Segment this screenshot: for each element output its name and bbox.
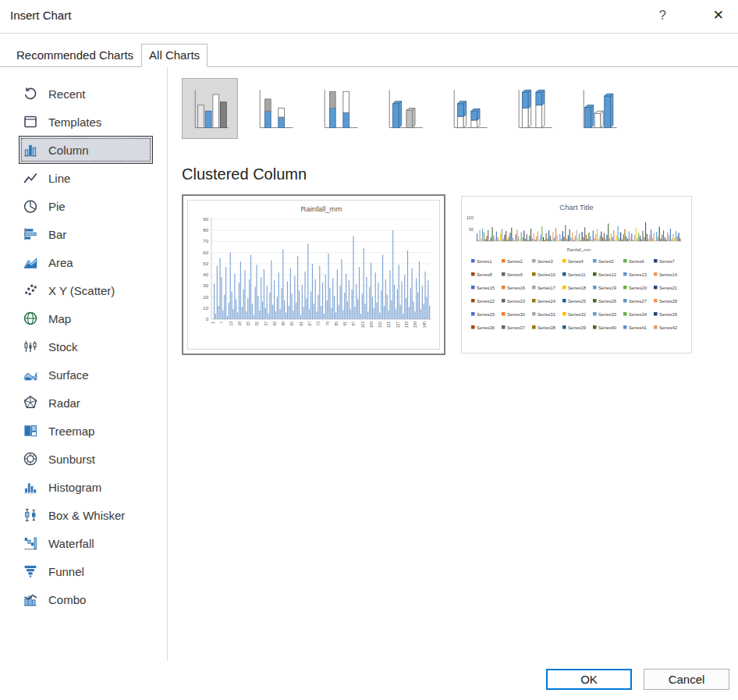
svg-text:79: 79 (325, 322, 330, 326)
svg-text:67: 67 (307, 322, 312, 326)
sidebar-item-label: Box & Whisker (48, 509, 125, 522)
subtype-stacked-column[interactable] (247, 78, 303, 139)
svg-text:115: 115 (378, 322, 382, 328)
sidebar-item-histogram[interactable]: Histogram (19, 473, 153, 501)
ok-button[interactable]: OK (546, 669, 632, 690)
svg-text:Series19: Series19 (598, 286, 616, 290)
svg-text:Series30: Series30 (507, 312, 525, 317)
svg-text:Series5: Series5 (598, 259, 614, 264)
svg-text:10: 10 (203, 306, 208, 311)
svg-text:Series10: Series10 (538, 272, 555, 277)
sidebar-item-label: Histogram (48, 481, 101, 494)
svg-text:Series40: Series40 (598, 325, 616, 330)
dialog-title: Insert Chart (10, 9, 71, 22)
svg-text:Series22: Series22 (477, 299, 495, 304)
svg-text:70: 70 (203, 239, 208, 243)
svg-text:127: 127 (396, 322, 400, 329)
subtype-clustered-column[interactable] (182, 78, 238, 139)
svg-text:Series28: Series28 (659, 299, 677, 304)
combo-icon (23, 592, 38, 607)
svg-text:Series39: Series39 (568, 325, 586, 330)
bar-icon (23, 226, 38, 242)
svg-text:80: 80 (203, 228, 208, 233)
sidebar-item-label: Sunburst (48, 453, 95, 466)
svg-text:30: 30 (203, 283, 208, 288)
svg-text:37: 37 (264, 322, 268, 326)
subtype-100-stacked-column[interactable] (311, 78, 367, 139)
subtype-3d-column[interactable] (570, 78, 626, 139)
dialog-content: RecentTemplatesColumnLinePieBarAreaX Y (… (0, 67, 738, 661)
svg-text:Series3: Series3 (538, 259, 553, 264)
sidebar-item-bar[interactable]: Bar (19, 220, 153, 248)
svg-text:Series6: Series6 (629, 259, 644, 264)
svg-text:7: 7 (219, 322, 224, 324)
svg-text:Series2: Series2 (507, 259, 523, 264)
sidebar-item-label: Area (48, 256, 73, 269)
sidebar-item-combo[interactable]: Combo (19, 585, 153, 613)
subtype-3d-stacked-column[interactable] (441, 78, 497, 139)
sidebar: RecentTemplatesColumnLinePieBarAreaX Y (… (0, 67, 168, 661)
svg-text:90: 90 (203, 217, 208, 222)
sidebar-item-area[interactable]: Area (19, 248, 153, 276)
histogram-icon (23, 479, 38, 495)
close-icon[interactable]: ✕ (713, 7, 724, 23)
sidebar-item-radar[interactable]: Radar (19, 389, 153, 417)
stock-icon (23, 339, 38, 354)
pie-icon (23, 198, 38, 214)
svg-text:Series25: Series25 (568, 299, 586, 304)
subtype-3d-clustered-column[interactable] (376, 78, 432, 139)
tab-all-charts[interactable]: All Charts (141, 44, 208, 67)
sidebar-item-waterfall[interactable]: Waterfall (19, 529, 153, 557)
sidebar-item-funnel[interactable]: Funnel (19, 557, 153, 585)
sidebar-item-sunburst[interactable]: Sunburst (19, 445, 153, 473)
sidebar-item-xy-scatter[interactable]: X Y (Scatter) (19, 276, 153, 304)
svg-text:91: 91 (342, 322, 347, 326)
sidebar-item-line[interactable]: Line (19, 164, 153, 192)
sidebar-item-surface[interactable]: Surface (19, 361, 153, 389)
chart-preview-rainfall[interactable]: Rainfall_mm01020304050607080901713192531… (182, 194, 445, 355)
multi-series-chart: Chart Title50100Rainfall_mmSeries1Series… (462, 197, 691, 353)
sidebar-item-label: Stock (48, 340, 78, 354)
box-whisker-icon (23, 507, 38, 523)
area-icon (23, 254, 38, 270)
cancel-button[interactable]: Cancel (644, 669, 729, 690)
svg-text:40: 40 (203, 272, 208, 277)
radar-icon (23, 395, 38, 410)
line-icon (23, 170, 38, 186)
recent-icon (23, 86, 38, 101)
svg-text:Series34: Series34 (629, 312, 648, 317)
main-panel: Clustered Column Rainfall_mm010203040506… (169, 67, 738, 661)
svg-text:85: 85 (334, 322, 339, 326)
sidebar-item-templates[interactable]: Templates (19, 108, 153, 136)
sidebar-item-recent[interactable]: Recent (19, 80, 153, 108)
svg-text:Series14: Series14 (659, 272, 678, 277)
svg-text:Series21: Series21 (659, 286, 677, 290)
svg-text:145: 145 (422, 322, 427, 329)
tab-recommended-charts[interactable]: Recommended Charts (9, 44, 141, 67)
dialog-titlebar: Insert Chart ? ✕ (0, 0, 738, 34)
sidebar-item-label: Waterfall (48, 537, 94, 550)
svg-text:109: 109 (369, 322, 374, 329)
sidebar-item-map[interactable]: Map (19, 304, 153, 332)
sidebar-item-box-whisker[interactable]: Box & Whisker (19, 501, 153, 529)
svg-text:Series36: Series36 (477, 325, 495, 330)
svg-text:Series29: Series29 (477, 312, 495, 317)
svg-text:49: 49 (281, 322, 286, 326)
help-icon[interactable]: ? (659, 8, 666, 23)
subtype-3d-100-stacked-column[interactable] (506, 78, 562, 139)
sidebar-item-label: Pie (48, 200, 66, 213)
svg-text:20: 20 (203, 295, 208, 300)
svg-text:103: 103 (360, 322, 365, 329)
svg-text:Series13: Series13 (629, 272, 647, 277)
svg-text:100: 100 (467, 215, 474, 220)
sidebar-item-column[interactable]: Column (19, 136, 153, 164)
svg-text:Series24: Series24 (538, 299, 556, 304)
sidebar-item-treemap[interactable]: Treemap (19, 417, 153, 445)
chart-preview-multi-series[interactable]: Chart Title50100Rainfall_mmSeries1Series… (461, 196, 692, 354)
svg-text:Series37: Series37 (507, 325, 525, 330)
sidebar-item-pie[interactable]: Pie (19, 192, 153, 220)
svg-text:Series26: Series26 (598, 299, 616, 304)
sidebar-item-stock[interactable]: Stock (19, 332, 153, 361)
svg-text:13: 13 (229, 322, 233, 326)
svg-text:Series32: Series32 (568, 312, 586, 317)
